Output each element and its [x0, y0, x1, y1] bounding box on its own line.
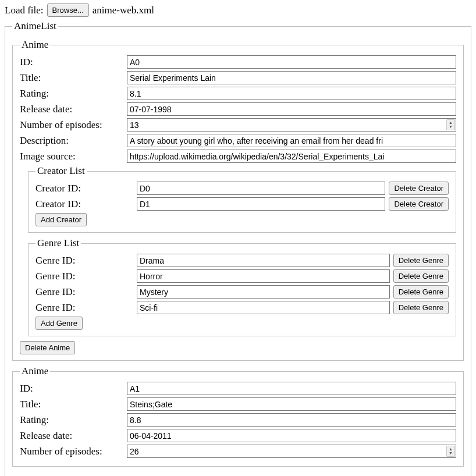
title-input[interactable] [127, 71, 456, 84]
rating-input[interactable] [127, 87, 456, 100]
delete-creator-button[interactable]: Delete Creator [389, 182, 449, 195]
description-input[interactable] [127, 134, 456, 147]
genre-id-input[interactable] [137, 254, 390, 267]
creator-id-input[interactable] [137, 197, 385, 211]
genre-id-label: Genre ID: [35, 255, 133, 267]
rating-label: Rating: [20, 88, 127, 100]
episodes-label: Number of episodes: [20, 446, 127, 457]
anime-list-fieldset: AnimeList Anime ID: Title: Rating: Relea… [5, 20, 471, 476]
delete-genre-button[interactable]: Delete Genre [393, 301, 449, 314]
rating-label: Rating: [20, 414, 127, 426]
release-date-input[interactable] [127, 429, 456, 442]
add-genre-button[interactable]: Add Genre [35, 317, 83, 330]
id-label: ID: [20, 56, 127, 68]
title-input[interactable] [127, 397, 456, 411]
delete-creator-button[interactable]: Delete Creator [389, 197, 449, 211]
episodes-input[interactable] [127, 118, 456, 132]
genre-id-input[interactable] [137, 285, 390, 299]
anime-fieldset: Anime ID: Title: Rating: Release date: N… [12, 365, 464, 467]
genre-list-fieldset: Genre List Genre ID: Delete Genre Genre … [28, 237, 456, 336]
delete-genre-button[interactable]: Delete Genre [393, 254, 449, 267]
rating-input[interactable] [127, 413, 456, 427]
add-creator-button[interactable]: Add Creator [35, 213, 87, 226]
episodes-stepper[interactable]: ▲▼ [446, 446, 455, 457]
release-date-label: Release date: [20, 430, 127, 442]
chevron-down-icon: ▼ [449, 452, 453, 456]
delete-genre-button[interactable]: Delete Genre [393, 285, 449, 299]
episodes-label: Number of episodes: [20, 119, 127, 131]
delete-genre-button[interactable]: Delete Genre [393, 269, 449, 283]
creator-list-fieldset: Creator List Creator ID: Delete Creator … [28, 165, 456, 233]
anime-legend: Anime [20, 365, 50, 377]
genre-id-input[interactable] [137, 301, 390, 314]
episodes-input[interactable] [127, 445, 456, 458]
anime-list-legend: AnimeList [12, 20, 58, 32]
description-label: Description: [20, 135, 127, 147]
load-file-label: Load file: [5, 5, 44, 16]
creator-id-label: Creator ID: [35, 183, 133, 194]
id-input[interactable] [127, 55, 456, 69]
episodes-stepper[interactable]: ▲▼ [446, 119, 455, 130]
genre-id-label: Genre ID: [35, 286, 133, 298]
browse-button[interactable]: Browse... [47, 3, 89, 17]
delete-anime-button[interactable]: Delete Anime [20, 341, 75, 354]
chevron-down-icon: ▼ [449, 125, 453, 129]
anime-legend: Anime [20, 39, 50, 51]
genre-id-label: Genre ID: [35, 271, 133, 282]
genre-id-label: Genre ID: [35, 302, 133, 314]
creator-id-label: Creator ID: [35, 198, 133, 210]
release-date-input[interactable] [127, 102, 456, 116]
image-source-label: Image source: [20, 151, 127, 162]
file-loader-row: Load file: Browse... anime-web.xml [5, 3, 471, 17]
genre-list-legend: Genre List [35, 237, 81, 249]
title-label: Title: [20, 72, 127, 84]
creator-list-legend: Creator List [35, 165, 87, 177]
genre-id-input[interactable] [137, 269, 390, 283]
release-date-label: Release date: [20, 104, 127, 115]
id-label: ID: [20, 383, 127, 395]
selected-file-name: anime-web.xml [93, 5, 154, 16]
title-label: Title: [20, 399, 127, 410]
anime-fieldset: Anime ID: Title: Rating: Release date: N… [12, 39, 464, 361]
id-input[interactable] [127, 382, 456, 395]
creator-id-input[interactable] [137, 182, 385, 195]
image-source-input[interactable] [127, 150, 456, 163]
